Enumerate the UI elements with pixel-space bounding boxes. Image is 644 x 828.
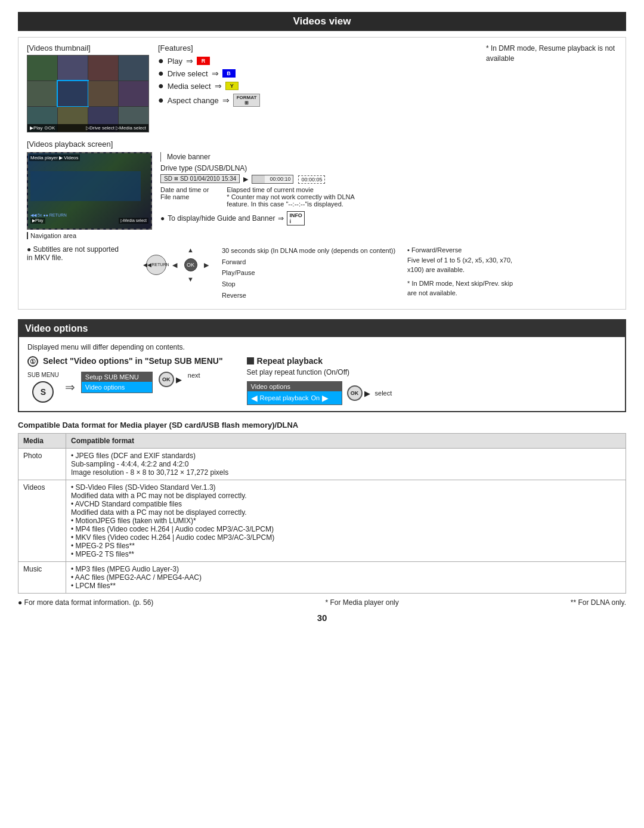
arrow-icon: ⇒ xyxy=(215,81,222,91)
aspect-btn: FORMAT⊞ xyxy=(233,94,261,107)
ctrl-arrows: ▲ ▼ ◀ ▶ OK xyxy=(171,245,210,284)
feature-aspect-label: Aspect change xyxy=(168,96,219,105)
repeat-playback-label: Repeat playback xyxy=(260,394,309,401)
ok-round-btn[interactable]: OK xyxy=(159,372,174,387)
sub-menu-box: SUB MENU S xyxy=(27,372,59,403)
dmr-skip-note: * In DMR mode, Next skip/Prev. skip are … xyxy=(407,279,513,298)
return-btn-area: ◀◀RETURN xyxy=(146,255,166,275)
features-label: [Features] xyxy=(158,44,480,52)
playback-screen: Media player ▶ Videos ◀◀ 5x ●● RETURN ▶P… xyxy=(27,152,152,230)
page-number: 30 xyxy=(18,613,626,623)
arrow-down[interactable]: ▼ xyxy=(187,276,194,283)
compat-title: Compatible Data format for Media player … xyxy=(18,421,626,430)
footnotes: ● For more data format information. (p. … xyxy=(18,598,626,607)
time-labels-row: Date and time or File name Elapsed time … xyxy=(160,186,617,208)
repeat-title-text: Repeat playback xyxy=(257,356,323,366)
setup-submenu-panel: Setup SUB MENU Video options xyxy=(81,372,153,393)
nav-area-label: Navigation area xyxy=(27,232,152,239)
repeat-right-arrow2: ▶ xyxy=(364,389,370,398)
thumb-cell xyxy=(27,81,57,106)
elapsed-section: Elapsed time of current movie * Counter … xyxy=(227,186,355,208)
time-progress xyxy=(252,175,264,183)
repeat-ok-btn[interactable]: OK xyxy=(347,385,363,401)
step-title-text: Select "Video options" in "Setup SUB MEN… xyxy=(43,356,223,366)
sd-label: SD xyxy=(164,175,172,182)
repeat-ok-arrow: OK ▶ xyxy=(347,385,370,401)
features-section: [Features] ● Play ⇒ R ● Drive select ⇒ B… xyxy=(158,44,480,132)
next-label: next xyxy=(188,372,200,379)
vo-diagrams: ① Select "Video options" in "Setup SUB M… xyxy=(27,356,617,405)
media-music: Music xyxy=(18,562,66,594)
arrow-up[interactable]: ▲ xyxy=(187,246,194,254)
setup-submenu-panel-area: Setup SUB MENU Video options xyxy=(81,372,153,393)
guide-banner-text: To display/hide Guide and Banner xyxy=(168,214,275,223)
compat-table-header-row: Media Compatible format xyxy=(18,434,626,449)
bullet-icon: ● xyxy=(158,69,164,78)
repeat-playback-item[interactable]: ◀ Repeat playback On ▶ xyxy=(247,391,342,404)
setup-submenu-header: Setup SUB MENU xyxy=(82,372,152,382)
dmr-note: * In DMR mode, Resume playback is not av… xyxy=(486,44,617,132)
repeat-subtitle: Set play repeat function (On/Off) xyxy=(247,368,617,376)
playback-screen-inner: Media player ▶ Videos ◀◀ 5x ●● RETURN ▶P… xyxy=(28,153,151,228)
media-select-btn: Y xyxy=(225,82,239,90)
col-format: Compatible format xyxy=(66,434,626,449)
movie-banner-label: Movie banner xyxy=(167,153,210,161)
ok-button[interactable]: OK xyxy=(184,258,197,271)
feature-media-select-label: Media select xyxy=(168,82,211,91)
vo-content: Displayed menu will differ depending on … xyxy=(19,337,625,411)
thumb-bottom-bar: ▶Play ⊙OK ▷Drive select ▷Media select xyxy=(27,124,148,132)
thumb-cell xyxy=(88,81,118,106)
repeat-section: Repeat playback Set play repeat function… xyxy=(247,356,617,405)
nav-diagram: ◀◀RETURN ▲ ▼ ◀ ▶ OK xyxy=(146,245,210,284)
nav-extra-info: • Forward/Reverse Five level of 1 to 5 (… xyxy=(407,245,513,298)
vo-note: Displayed menu will differ depending on … xyxy=(27,343,617,351)
step-number: ① xyxy=(27,356,38,367)
subtitles-note: ● Subtitles are not supported in MKV fil… xyxy=(27,245,134,262)
arrow-right[interactable]: ▶ xyxy=(204,261,209,268)
arrow-left[interactable]: ◀ xyxy=(172,261,177,268)
thumb-nav-hints2: ▷Drive select ▷Media select xyxy=(86,125,146,131)
vo-left-diagram: SUB MENU S ⇒ Setup SUB MENU Video option… xyxy=(27,372,223,403)
video-options-section: Video options Displayed menu will differ… xyxy=(18,319,626,412)
format-music: • MP3 files (MPEG Audio Layer-3) • AAC f… xyxy=(66,562,626,594)
right-arrow: ▶ xyxy=(176,375,182,384)
square-bullet-icon xyxy=(247,357,254,364)
feature-play: ● Play ⇒ R xyxy=(158,56,480,66)
compat-section: Compatible Data format for Media player … xyxy=(18,421,626,607)
feature-aspect-change: ● Aspect change ⇒ FORMAT⊞ xyxy=(158,94,480,107)
sub-menu-icon: S xyxy=(32,381,54,403)
counter-display: 00:00:05 xyxy=(298,175,325,184)
play-arrow: ▶ xyxy=(243,175,248,183)
repeat-left-arrow: ◀ xyxy=(251,393,258,403)
forward-reverse-detail: • Forward/Reverse Five level of 1 to 5 (… xyxy=(407,245,513,275)
video-options-menu-item[interactable]: Video options xyxy=(82,382,152,393)
table-row: Music • MP3 files (MPEG Audio Layer-3) •… xyxy=(18,562,626,594)
media-photo: Photo xyxy=(18,449,66,480)
repeat-on-value: On xyxy=(311,394,320,401)
thumbnail-box: ▶Play ⊙OK ▷Drive select ▷Media select xyxy=(27,55,149,132)
nav-labels: 30 seconds skip (In DLNA mode only (depe… xyxy=(222,245,395,301)
thumb-nav-hint: ▶Play ⊙OK xyxy=(30,125,55,131)
movie-banner-annotation: Movie banner xyxy=(160,152,617,162)
bullet-icon: ● xyxy=(158,95,164,105)
screen-annotations: Movie banner Drive type (SD/USB/DLNA) SD… xyxy=(160,152,617,229)
playback-media: ▷Media select xyxy=(119,218,148,224)
thumb-grid xyxy=(27,55,148,132)
sub-menu-label: SUB MENU xyxy=(27,372,59,379)
arrow-to-menu: ⇒ xyxy=(65,380,75,394)
play-pause-label: Play/Pause xyxy=(222,267,395,279)
vo-step-title: ① Select "Video options" in "Setup SUB M… xyxy=(27,356,223,367)
table-row: Photo • JPEG files (DCF and EXIF standar… xyxy=(18,449,626,480)
date-time-label: Date and time or File name xyxy=(160,186,209,208)
thumb-cell-selected xyxy=(58,81,88,106)
bullet: ● xyxy=(160,214,165,223)
sd-bar: SD ⊠ SD 01/04/2010 15:34 xyxy=(160,174,240,183)
playback-overlay-top: Media player ▶ Videos xyxy=(29,155,80,161)
footnote-right: ** For DLNA only. xyxy=(571,598,626,607)
col-media: Media xyxy=(18,434,66,449)
format-videos: • SD-Video Files (SD-Video Standard Ver.… xyxy=(66,480,626,562)
bullet-icon: ● xyxy=(158,56,164,66)
arrow-icon: ⇒ xyxy=(222,95,230,105)
feature-play-label: Play xyxy=(168,57,182,66)
skip-label: 30 seconds skip (In DLNA mode only (depe… xyxy=(222,245,395,257)
